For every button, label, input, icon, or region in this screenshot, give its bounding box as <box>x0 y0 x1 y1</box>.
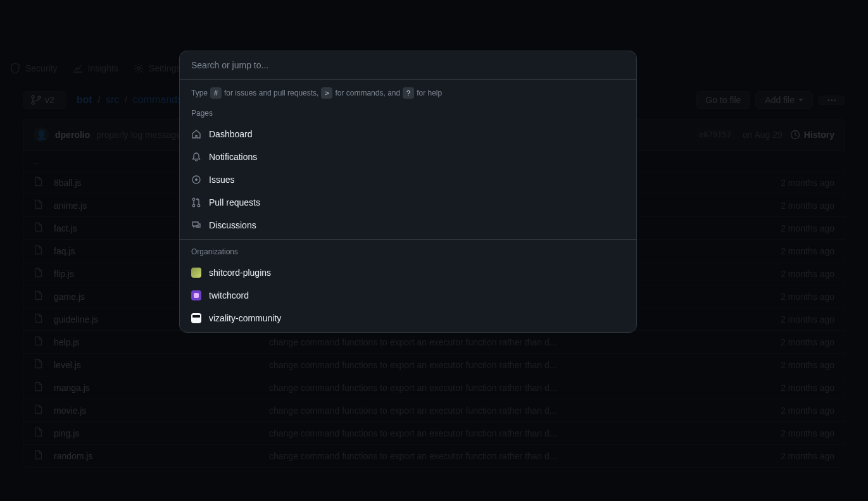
svg-point-5 <box>192 204 195 207</box>
org-avatar <box>191 313 201 323</box>
menu-issues[interactable]: Issues <box>180 168 636 191</box>
kbd-question: ? <box>403 87 414 99</box>
bell-icon <box>191 152 201 162</box>
menu-discussions[interactable]: Discussions <box>180 214 636 237</box>
issue-icon <box>191 175 201 185</box>
svg-point-4 <box>192 198 195 201</box>
menu-dashboard[interactable]: Dashboard <box>180 123 636 145</box>
org-avatar <box>191 268 201 278</box>
svg-point-6 <box>198 204 200 207</box>
home-icon <box>191 129 201 139</box>
divider <box>180 239 636 240</box>
kbd-gt: > <box>321 87 332 99</box>
svg-point-3 <box>195 178 198 181</box>
menu-pull-requests[interactable]: Pull requests <box>180 191 636 214</box>
org-twitchcord[interactable]: twitchcord <box>180 284 636 307</box>
command-palette: Type # for issues and pull requests, > f… <box>179 51 637 333</box>
section-pages: Pages <box>180 104 636 123</box>
hint-row: Type # for issues and pull requests, > f… <box>180 80 636 104</box>
org-vizality-community[interactable]: vizality-community <box>180 307 636 332</box>
section-organizations: Organizations <box>180 242 636 261</box>
kbd-hash: # <box>210 87 222 99</box>
menu-notifications[interactable]: Notifications <box>180 145 636 168</box>
org-avatar <box>191 290 201 300</box>
pull-request-icon <box>191 197 201 207</box>
discussion-icon <box>191 220 201 230</box>
org-shitcord-plugins[interactable]: shitcord-plugins <box>180 261 636 284</box>
search-input[interactable] <box>180 51 636 80</box>
